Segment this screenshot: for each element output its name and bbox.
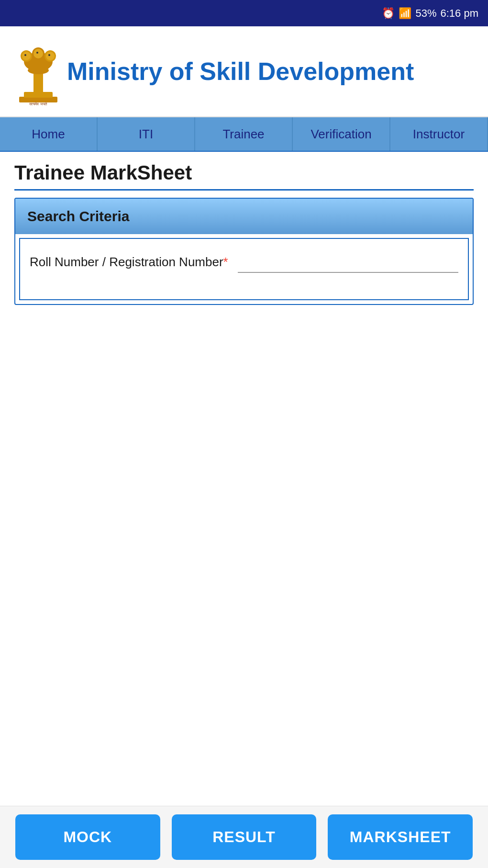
page-title: Trainee MarkSheet: [14, 161, 474, 191]
nav-home-label: Home: [32, 127, 65, 142]
navigation-bar: Home ITI Trainee Verification Instructor: [0, 117, 488, 152]
main-content: Trainee MarkSheet Search Criteria Roll N…: [0, 152, 488, 315]
nav-trainee[interactable]: Trainee: [195, 117, 293, 151]
svg-point-10: [46, 52, 55, 60]
roll-number-row: Roll Number / Registration Number*: [30, 251, 458, 273]
nav-iti-label: ITI: [139, 127, 153, 142]
battery-text: 53%: [415, 7, 436, 20]
nav-iti[interactable]: ITI: [98, 117, 195, 151]
nav-verification-label: Verification: [311, 127, 371, 142]
roll-number-label: Roll Number / Registration Number*: [30, 255, 228, 270]
mock-button[interactable]: MOCK: [15, 814, 160, 860]
nav-instructor-label: Instructor: [413, 127, 465, 142]
result-button[interactable]: RESULT: [172, 814, 317, 860]
app-header: सत्यमेव जयते Ministry of Skill Developme…: [0, 26, 488, 117]
status-icons: ⏰ 📶 53% 6:16 pm: [382, 7, 478, 20]
nav-trainee-label: Trainee: [222, 127, 264, 142]
svg-point-8: [22, 52, 31, 60]
search-criteria-heading: Search Criteria: [15, 199, 473, 234]
svg-point-11: [24, 54, 26, 56]
app-title: Ministry of Skill Development: [67, 57, 414, 86]
roll-number-input[interactable]: [238, 251, 458, 273]
svg-text:सत्यमेव जयते: सत्यमेव जयते: [29, 101, 47, 106]
search-criteria-body: Roll Number / Registration Number*: [19, 238, 469, 300]
required-indicator: *: [223, 255, 228, 269]
government-emblem: सत्यमेव जयते: [10, 35, 67, 107]
nav-home[interactable]: Home: [0, 117, 98, 151]
nav-instructor[interactable]: Instructor: [390, 117, 488, 151]
search-criteria-box: Search Criteria Roll Number / Registrati…: [14, 198, 474, 305]
marksheet-button[interactable]: MARKSHEET: [328, 814, 473, 860]
status-bar: ⏰ 📶 53% 6:16 pm: [0, 0, 488, 26]
svg-point-13: [48, 54, 50, 56]
svg-point-9: [33, 49, 43, 58]
alarm-icon: ⏰: [382, 7, 395, 20]
bottom-button-bar: MOCK RESULT MARKSHEET: [0, 806, 488, 868]
time-display: 6:16 pm: [441, 7, 479, 20]
nav-verification[interactable]: Verification: [293, 117, 390, 151]
svg-point-12: [36, 52, 38, 54]
signal-icon: 📶: [399, 7, 411, 20]
